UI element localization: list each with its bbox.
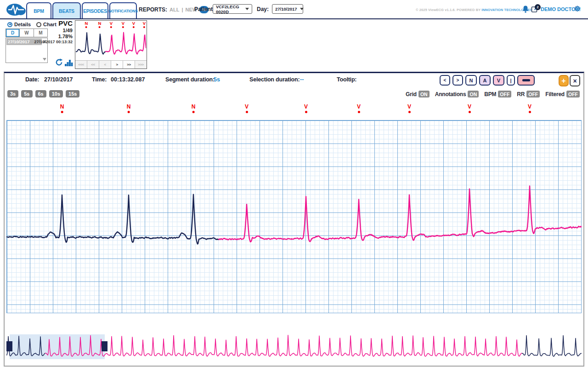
- pvc-timestamp: 27/10/2017 00:13:32: [34, 40, 73, 44]
- gear-icon[interactable]: ⚙: [574, 4, 581, 14]
- beat-dot-icon: [245, 111, 248, 113]
- mark-artifact-button[interactable]: [517, 75, 535, 86]
- day-select[interactable]: 27/10/2017: [272, 4, 303, 14]
- overview-trace-normal: [522, 336, 582, 356]
- beat-annotations-row: NNNVVVVVV: [6, 104, 582, 118]
- date-label: Date:: [25, 76, 39, 83]
- tab-beats[interactable]: BEATS: [52, 2, 81, 18]
- duration-10s-button[interactable]: 10s: [49, 90, 63, 97]
- chevron-down-icon: [245, 8, 249, 10]
- preview-annotation-N: N: [85, 21, 88, 28]
- close-button[interactable]: ×: [570, 75, 580, 86]
- beat-annotation-V[interactable]: V: [468, 104, 471, 113]
- tab-notifications[interactable]: NOTIFICATIONS: [109, 2, 137, 18]
- rr-toggle-label: RR: [517, 91, 525, 97]
- radio-selected-icon: [7, 22, 12, 27]
- pvc-percent: 1.78%: [58, 34, 73, 39]
- duration-15s-button[interactable]: 15s: [66, 90, 79, 97]
- day-value: 27/10/2017: [275, 6, 297, 11]
- preview-annotation-label: V: [132, 21, 135, 25]
- segment-duration-value[interactable]: 5s: [214, 76, 220, 83]
- selection-right-handle[interactable]: [102, 341, 107, 351]
- bell-icon[interactable]: [522, 5, 529, 13]
- period-week-button[interactable]: W: [20, 29, 34, 37]
- reports-divider: |: [181, 7, 183, 12]
- mark-normal-button[interactable]: N: [465, 75, 477, 86]
- bpm-toggle[interactable]: OFF: [498, 91, 511, 97]
- reports-all-link[interactable]: ALL: [170, 7, 179, 12]
- filtered-toggle[interactable]: OFF: [566, 91, 580, 97]
- patient-select[interactable]: VCF2LECG 0020D: [213, 4, 252, 14]
- duration-5s-button[interactable]: 5s: [21, 90, 32, 97]
- prev-beat-button[interactable]: <: [440, 75, 450, 86]
- next-beat-button[interactable]: >: [452, 75, 463, 86]
- beat-annotation-N[interactable]: N: [60, 104, 64, 113]
- beat-annotation-V[interactable]: V: [304, 104, 308, 113]
- scroll-down-icon[interactable]: [43, 58, 46, 61]
- preview-first-button[interactable]: <<<: [75, 61, 87, 69]
- preview-annotation-label: V: [143, 21, 146, 25]
- preview-annotation-V: V: [143, 21, 146, 28]
- mark-pvc-button[interactable]: V: [493, 75, 504, 86]
- preview-annotation-N: N: [98, 21, 102, 28]
- beat-annotation-label: N: [127, 104, 131, 109]
- date-value: 27/10/2017: [44, 76, 73, 83]
- beat-dot-icon: [61, 111, 63, 113]
- segment-duration-label: Segment duration:: [165, 76, 215, 83]
- chevron-down-icon: [300, 8, 304, 10]
- duration-3s-button[interactable]: 3s: [7, 90, 18, 97]
- preview-dot-icon: [85, 26, 87, 28]
- period-day-button[interactable]: D: [6, 29, 20, 37]
- duration-6s-button[interactable]: 6s: [35, 90, 46, 97]
- overview-strip[interactable]: [6, 322, 582, 365]
- beat-annotation-label: N: [192, 104, 196, 109]
- pvc-preview-panel[interactable]: NNVVVV <<< << < > >> >>>: [75, 20, 147, 69]
- day-label: Day:: [257, 6, 269, 12]
- details-radio[interactable]: Details: [7, 22, 31, 27]
- preview-prev-button[interactable]: <: [99, 61, 111, 69]
- preview-next-button[interactable]: >: [111, 61, 123, 69]
- mark-atrial-button[interactable]: A: [479, 75, 491, 86]
- ecg-trace[interactable]: [6, 120, 582, 313]
- chart-radio[interactable]: Chart: [36, 22, 57, 27]
- beat-annotation-V[interactable]: V: [245, 104, 249, 113]
- beat-annotation-N[interactable]: N: [127, 104, 131, 113]
- time-label: Time:: [92, 76, 107, 83]
- pvc-title: PVC: [58, 19, 73, 27]
- segment-duration-buttons: 3s 5s 6s 10s 15s: [7, 90, 79, 97]
- beat-annotation-V[interactable]: V: [357, 104, 361, 113]
- preview-dot-icon: [99, 26, 101, 28]
- bpm-toggle-label: BPM: [484, 91, 496, 97]
- preview-nav-buttons: <<< << < > >> >>>: [75, 60, 147, 69]
- beat-annotation-V[interactable]: V: [528, 104, 531, 113]
- beat-dot-icon: [528, 111, 531, 113]
- tab-bpm[interactable]: BPM: [26, 2, 51, 18]
- beat-annotation-label: V: [468, 104, 471, 109]
- tab-episodes[interactable]: EPISODES: [82, 2, 108, 18]
- beat-annotation-label: V: [528, 104, 531, 109]
- beat-dot-icon: [357, 111, 360, 113]
- app-logo-icon[interactable]: [6, 2, 27, 17]
- beat-dot-icon: [127, 111, 130, 113]
- preview-ecg-trace: [76, 29, 146, 61]
- period-month-button[interactable]: M: [34, 29, 47, 37]
- overview-trace-pvc: [45, 335, 522, 356]
- period-switcher: D W M: [6, 29, 48, 37]
- selection-left-handle[interactable]: [6, 341, 12, 351]
- preview-fast-next-button[interactable]: >>: [123, 61, 135, 69]
- display-toggles: GridON AnnotationsON BPMOFF RROFF Filter…: [406, 91, 580, 97]
- mark-divider-button[interactable]: |: [507, 75, 515, 86]
- grid-toggle[interactable]: ON: [418, 91, 430, 97]
- tooltip-label: Tooltip:: [337, 76, 356, 83]
- beat-annotation-V[interactable]: V: [407, 104, 411, 113]
- refresh-icon[interactable]: [55, 58, 63, 66]
- beat-annotation-N[interactable]: N: [192, 104, 196, 113]
- annotations-toggle[interactable]: ON: [468, 91, 479, 97]
- rr-toggle[interactable]: OFF: [526, 91, 540, 97]
- preview-last-button[interactable]: >>>: [135, 61, 147, 69]
- add-button[interactable]: +: [559, 75, 569, 86]
- notifications-count-badge[interactable]: 2: [535, 4, 541, 10]
- preview-fast-prev-button[interactable]: <<: [87, 61, 99, 69]
- preview-trace-pvc: [106, 33, 146, 54]
- histogram-icon[interactable]: [65, 58, 73, 66]
